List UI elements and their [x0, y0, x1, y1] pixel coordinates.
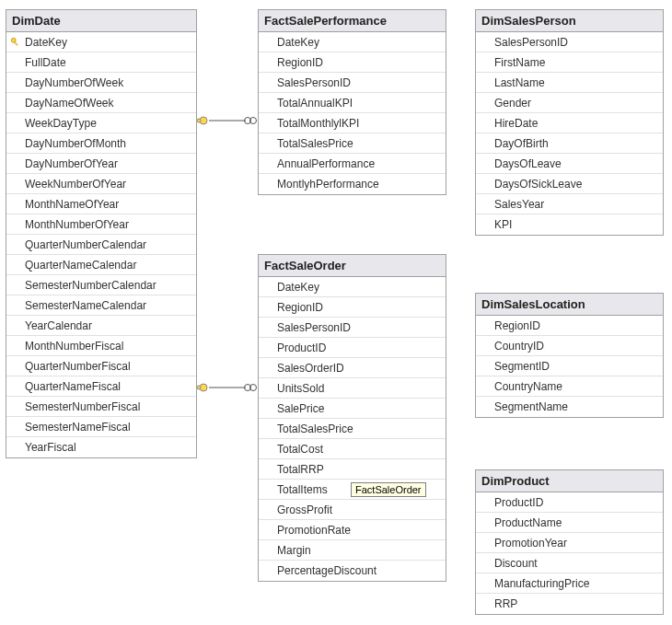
column-row[interactable]: SemesterNameCalendar — [6, 295, 196, 316]
column-name: TotalSalesPrice — [277, 137, 440, 150]
column-row[interactable]: TotalCost — [259, 439, 446, 459]
table-factsaleperformance[interactable]: FactSalePerformance DateKeyRegionIDSales… — [258, 9, 446, 195]
table-header[interactable]: DimSalesPerson — [476, 10, 663, 32]
column-row[interactable]: SalesPersonID — [259, 73, 446, 93]
column-row[interactable]: SalesPersonID — [259, 318, 446, 338]
table-dimdate[interactable]: DimDate DateKeyFullDateDayNumberOfWeekDa… — [6, 9, 197, 458]
column-row[interactable]: DateKey — [259, 277, 446, 297]
column-name: TotalSalesPrice — [277, 422, 440, 435]
column-row[interactable]: SemesterNumberFiscal — [6, 397, 196, 417]
column-row[interactable]: Discount — [476, 553, 663, 573]
table-header[interactable]: DimSalesLocation — [476, 294, 663, 316]
column-row[interactable]: MontlyhPerformance — [259, 174, 446, 194]
column-name: DayNameOfWeek — [25, 97, 191, 110]
table-dimproduct[interactable]: DimProduct ProductIDProductNamePromotion… — [475, 469, 664, 615]
relationship-line-dimdate-factsaleorder — [196, 383, 259, 392]
column-name: MontlyhPerformance — [277, 178, 440, 191]
column-row[interactable]: SegmentID — [476, 356, 663, 376]
column-row[interactable]: DaysOfSickLeave — [476, 174, 663, 194]
column-row[interactable]: WeekNumberOfYear — [6, 174, 196, 194]
column-name: SemesterNameFiscal — [25, 421, 191, 434]
table-body-dimproduct: ProductIDProductNamePromotionYearDiscoun… — [476, 492, 663, 614]
column-row[interactable]: GrossProfit — [259, 500, 446, 520]
column-name: QuarterNameFiscal — [25, 380, 191, 393]
column-row[interactable]: ProductID — [259, 338, 446, 358]
column-row[interactable]: TotalMonthlylKPI — [259, 113, 446, 133]
column-row[interactable]: SalesOrderID — [259, 358, 446, 378]
column-row[interactable]: QuarterNameFiscal — [6, 376, 196, 397]
column-name: ManufacturingPrice — [494, 577, 657, 590]
column-row[interactable]: CountryName — [476, 376, 663, 397]
column-row[interactable]: HireDate — [476, 113, 663, 133]
column-row[interactable]: PercentageDiscount — [259, 561, 446, 581]
column-row[interactable]: DayOfBirth — [476, 133, 663, 154]
column-row[interactable]: YearCalendar — [6, 316, 196, 336]
column-row[interactable]: QuarterNumberCalendar — [6, 235, 196, 255]
column-row[interactable]: DateKey — [6, 32, 196, 52]
column-row[interactable]: TotalRRP — [259, 459, 446, 480]
column-row[interactable]: KPI — [476, 214, 663, 235]
column-row[interactable]: DaysOfLeave — [476, 154, 663, 174]
column-row[interactable]: SalesPersonID — [476, 32, 663, 52]
table-title: FactSaleOrder — [264, 259, 346, 272]
column-row[interactable]: QuarterNumberFiscal — [6, 356, 196, 376]
column-row[interactable]: SalesYear — [476, 194, 663, 214]
column-row[interactable]: RegionID — [259, 52, 446, 73]
column-row[interactable]: RegionID — [476, 316, 663, 336]
column-row[interactable]: RRP — [476, 594, 663, 614]
column-name: AnnualPerformance — [277, 157, 440, 170]
svg-rect-11 — [14, 41, 17, 45]
primary-key-icon — [10, 37, 21, 48]
table-header[interactable]: DimProduct — [476, 470, 663, 492]
column-row[interactable]: SegmentName — [476, 397, 663, 417]
column-row[interactable]: DateKey — [259, 32, 446, 52]
column-name: PercentageDiscount — [277, 564, 440, 577]
table-header[interactable]: DimDate — [6, 10, 196, 32]
column-row[interactable]: DayNumberOfWeek — [6, 73, 196, 93]
table-dimsaleslocation[interactable]: DimSalesLocation RegionIDCountryIDSegmen… — [475, 293, 664, 418]
table-header[interactable]: FactSaleOrder — [259, 255, 446, 277]
table-dimsalesperson[interactable]: DimSalesPerson SalesPersonIDFirstNameLas… — [475, 9, 664, 236]
column-row[interactable]: RegionID — [259, 297, 446, 318]
column-row[interactable]: AnnualPerformance — [259, 154, 446, 174]
column-row[interactable]: YearFiscal — [6, 437, 196, 457]
column-row[interactable]: DayNumberOfMonth — [6, 133, 196, 154]
table-header[interactable]: FactSalePerformance — [259, 10, 446, 32]
column-row[interactable]: SalePrice — [259, 399, 446, 419]
column-row[interactable]: MonthNumberOfYear — [6, 214, 196, 235]
column-row[interactable]: FirstName — [476, 52, 663, 73]
column-row[interactable]: ManufacturingPrice — [476, 573, 663, 594]
svg-point-7 — [197, 386, 201, 389]
column-name: HireDate — [494, 117, 657, 130]
column-row[interactable]: UnitsSold — [259, 378, 446, 399]
column-row[interactable]: WeekDayType — [6, 113, 196, 133]
column-row[interactable]: Gender — [476, 93, 663, 113]
column-row[interactable]: FullDate — [6, 52, 196, 73]
column-row[interactable]: SemesterNameFiscal — [6, 417, 196, 437]
column-row[interactable]: CountryID — [476, 336, 663, 356]
column-row[interactable]: TotalSalesPrice — [259, 419, 446, 439]
column-name: RegionID — [277, 301, 440, 314]
column-row[interactable]: DayNameOfWeek — [6, 93, 196, 113]
column-row[interactable]: Margin — [259, 540, 446, 561]
column-row[interactable]: LastName — [476, 73, 663, 93]
column-row[interactable]: QuarterNameCalendar — [6, 255, 196, 275]
table-factsaleorder[interactable]: FactSaleOrder DateKeyRegionIDSalesPerson… — [258, 254, 446, 582]
column-row[interactable]: TotalAnnualKPI — [259, 93, 446, 113]
column-row[interactable]: ProductID — [476, 492, 663, 513]
column-row[interactable]: PromotionYear — [476, 533, 663, 553]
column-name: LastName — [494, 76, 657, 89]
column-row[interactable]: SemesterNumberCalendar — [6, 275, 196, 295]
column-row[interactable]: ProductName — [476, 513, 663, 533]
column-name: QuarterNumberFiscal — [25, 360, 191, 373]
column-row[interactable]: TotalSalesPrice — [259, 133, 446, 154]
column-row[interactable]: PromotionRate — [259, 520, 446, 540]
column-row[interactable]: MonthNumberFiscal — [6, 336, 196, 356]
column-name: SemesterNameCalendar — [25, 299, 191, 312]
svg-point-2 — [197, 119, 201, 122]
column-row[interactable]: MonthNameOfYear — [6, 194, 196, 214]
column-name: SemesterNumberCalendar — [25, 279, 191, 292]
table-title: DimDate — [12, 14, 61, 28]
column-name: Margin — [277, 544, 440, 557]
column-row[interactable]: DayNumberOfYear — [6, 154, 196, 174]
